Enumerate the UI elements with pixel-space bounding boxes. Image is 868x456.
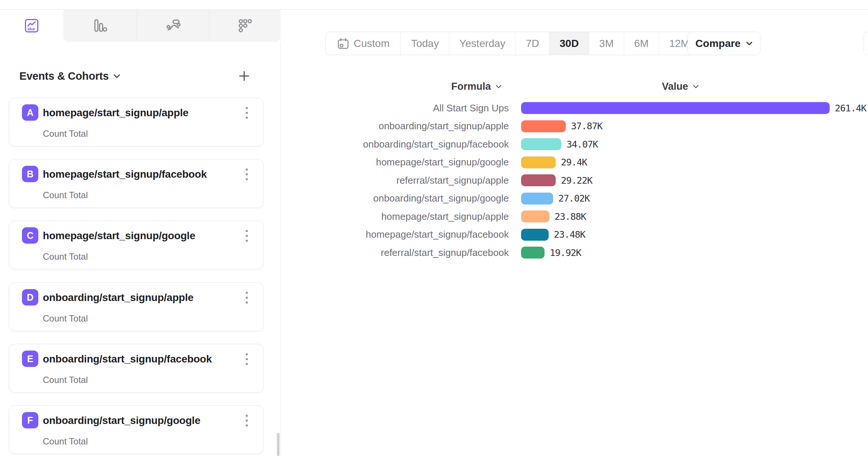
chevron-down-icon — [113, 74, 121, 79]
event-card-a[interactable]: Ahomepage/start_signup/appleCount Total — [9, 98, 264, 146]
event-measure[interactable]: Count Total — [43, 190, 88, 200]
main-panel: CustomTodayYesterday7D30D3M6M12M Compare… — [281, 0, 868, 456]
range-today[interactable]: Today — [401, 32, 449, 55]
chart-bar[interactable] — [521, 229, 549, 241]
events-cohorts-label: Events & Cohorts — [19, 70, 109, 82]
chart-bar[interactable] — [521, 174, 556, 186]
range-yesterday[interactable]: Yesterday — [449, 32, 516, 55]
range-30d[interactable]: 30D — [549, 32, 588, 55]
chart-row-label: onboarding/start_signup/facebook — [281, 139, 509, 150]
chart-row: homepage/start_signup/apple23.88K — [281, 210, 868, 222]
chart-row: referral/start_signup/apple29.22K — [281, 174, 868, 186]
range-label: 7D — [526, 38, 539, 50]
chart-row: homepage/start_signup/facebook23.48K — [281, 229, 868, 241]
event-card-d[interactable]: Donboarding/start_signup/appleCount Tota… — [9, 282, 264, 331]
chart-bar-value: 261.4K — [835, 103, 866, 114]
chart-bar[interactable] — [521, 138, 561, 150]
chart-bar[interactable] — [521, 210, 549, 222]
compare-button[interactable]: Compare — [687, 32, 760, 55]
chart-bar[interactable] — [521, 156, 556, 168]
chart-row-label: All Start Sign Ups — [281, 102, 509, 114]
range-label: 30D — [559, 38, 578, 50]
compare-label: Compare — [695, 38, 740, 50]
insights-report-page: Events & Cohorts Ahomepage/start_signup/… — [0, 0, 868, 456]
kebab-menu-icon[interactable] — [240, 289, 253, 306]
event-measure[interactable]: Count Total — [43, 129, 88, 139]
chevron-down-icon — [693, 85, 699, 89]
chart-row-label: homepage/start_signup/apple — [281, 211, 509, 222]
range-6m[interactable]: 6M — [624, 32, 659, 55]
range-custom[interactable]: Custom — [326, 32, 401, 55]
event-measure[interactable]: Count Total — [43, 375, 88, 385]
event-card-f[interactable]: Fonboarding/start_signup/googleCount Tot… — [9, 405, 264, 454]
kebab-menu-icon[interactable] — [240, 351, 253, 367]
value-header-label: Value — [662, 81, 688, 92]
chart-bar-value: 29.22K — [561, 175, 592, 186]
event-letter-badge: F — [22, 412, 38, 428]
range-label: Yesterday — [459, 38, 505, 50]
chevron-down-icon — [495, 85, 502, 89]
chevron-down-icon — [746, 41, 753, 46]
chart-bar[interactable] — [521, 193, 553, 205]
sidebar-scrollbar[interactable] — [277, 433, 280, 456]
event-name[interactable]: homepage/start_signup/facebook — [43, 168, 207, 180]
formula-header-label: Formula — [451, 81, 491, 92]
tab-retention[interactable] — [208, 10, 281, 42]
kebab-menu-icon[interactable] — [240, 412, 253, 429]
chart-bar[interactable] — [521, 247, 545, 259]
flow-icon — [166, 18, 181, 34]
chart-row: All Start Sign Ups261.4K — [281, 102, 868, 114]
date-range-control: CustomTodayYesterday7D30D3M6M12M — [325, 32, 700, 55]
event-name[interactable]: onboarding/start_signup/facebook — [43, 353, 212, 365]
event-card-c[interactable]: Chomepage/start_signup/googleCount Total — [9, 221, 264, 269]
event-card-e[interactable]: Eonboarding/start_signup/facebookCount T… — [9, 344, 264, 393]
range-label: 12M — [669, 38, 689, 50]
chart-bar[interactable] — [521, 120, 566, 132]
calendar-icon — [337, 37, 350, 50]
kebab-menu-icon[interactable] — [240, 166, 253, 183]
chart-row-label: referral/start_signup/facebook — [281, 247, 509, 259]
chart-row-label: onboarding/start_signup/google — [281, 193, 509, 204]
add-event-button[interactable] — [237, 69, 252, 83]
horizontal-bar-chart: All Start Sign Ups261.4Konboarding/start… — [281, 102, 868, 265]
event-measure[interactable]: Count Total — [43, 251, 88, 262]
kebab-menu-icon[interactable] — [240, 228, 253, 244]
events-cohorts-dropdown[interactable]: Events & Cohorts — [19, 70, 121, 82]
event-measure[interactable]: Count Total — [43, 313, 88, 324]
event-letter-badge: E — [22, 351, 38, 367]
chart-row-label: referral/start_signup/apple — [281, 175, 509, 186]
chart-row: onboarding/start_signup/google27.02K — [281, 193, 868, 205]
range-label: Custom — [354, 38, 389, 50]
event-name[interactable]: homepage/start_signup/google — [43, 230, 195, 242]
chart-bar-value: 23.88K — [555, 211, 586, 222]
chart-bar[interactable] — [521, 102, 830, 114]
event-card-b[interactable]: Bhomepage/start_signup/facebookCount Tot… — [9, 159, 264, 208]
chart-row: onboarding/start_signup/facebook34.07K — [281, 138, 868, 150]
tab-bar-chart[interactable] — [63, 10, 136, 42]
chart-bar-value: 37.87K — [571, 121, 602, 132]
range-7d[interactable]: 7D — [516, 32, 549, 55]
range-label: 6M — [634, 38, 649, 50]
chart-row-label: onboarding/start_signup/apple — [281, 120, 509, 132]
event-letter-badge: B — [22, 166, 38, 182]
event-letter-badge: D — [22, 289, 38, 305]
range-label: Today — [411, 38, 439, 50]
event-name[interactable]: onboarding/start_signup/apple — [43, 292, 194, 304]
range-3m[interactable]: 3M — [589, 32, 624, 55]
tab-flows[interactable] — [137, 10, 210, 42]
kebab-menu-icon[interactable] — [240, 105, 253, 121]
chart-row: referral/start_signup/facebook19.92K — [281, 247, 868, 259]
event-name[interactable]: homepage/start_signup/apple — [43, 107, 188, 119]
chart-bar-value: 34.07K — [567, 139, 598, 150]
tab-insights-line-chart[interactable] — [0, 10, 68, 42]
event-measure[interactable]: Count Total — [43, 436, 88, 447]
clipped-toolbar-button[interactable] — [864, 32, 868, 55]
event-name[interactable]: onboarding/start_signup/google — [43, 415, 200, 427]
line-chart-icon — [24, 18, 39, 34]
chart-bar-value: 27.02K — [558, 193, 590, 204]
bar-chart-icon — [92, 18, 108, 34]
formula-column-dropdown[interactable]: Formula — [439, 80, 514, 93]
value-column-dropdown[interactable]: Value — [643, 80, 718, 93]
chart-row-label: homepage/start_signup/google — [281, 156, 509, 168]
range-label: 3M — [599, 38, 614, 50]
